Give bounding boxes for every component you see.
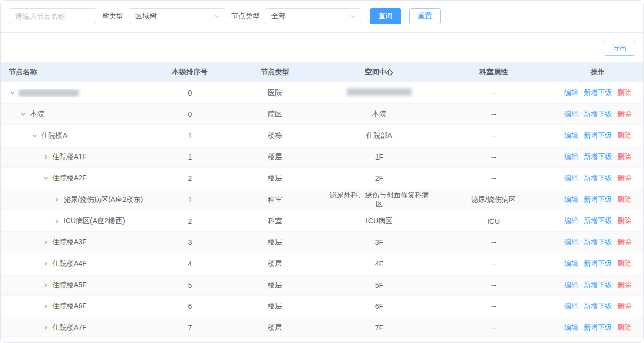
space-center-cell: 7F (323, 324, 435, 332)
actions-cell: 编辑新增下级删除 (552, 323, 643, 332)
add-child-link[interactable]: 新增下级 (584, 238, 612, 246)
dept-attr-cell: -- (435, 238, 552, 246)
node-name-input[interactable] (9, 8, 96, 24)
node-management-page: 树类型 区域树 节点类型 全部 查询 重置 导出 节点名称 本级排序号 节点类型… (0, 0, 644, 343)
node-type-select[interactable]: 全部 (265, 8, 361, 24)
space-center-cell: 1F (323, 153, 435, 161)
sort-order-cell: 0 (153, 89, 227, 97)
node-name-cell: 住院楼A1F (1, 152, 153, 162)
delete-link[interactable]: 删除 (617, 302, 631, 310)
table-row: 住院楼A7F7楼层7F--编辑新增下级删除 (1, 317, 643, 338)
dept-attr-cell: -- (435, 110, 552, 118)
node-name-cell: ICU病区(A座2楼西) (1, 216, 153, 226)
edit-link[interactable]: 编辑 (564, 238, 578, 246)
add-child-link[interactable]: 新增下级 (584, 174, 612, 182)
sort-order-cell: 1 (153, 153, 227, 161)
space-center-cell: 2F (323, 174, 435, 182)
delete-link[interactable]: 删除 (617, 110, 631, 118)
edit-link[interactable]: 编辑 (564, 131, 578, 139)
actions-cell: 编辑新增下级删除 (552, 259, 643, 268)
edit-link[interactable]: 编辑 (564, 216, 578, 225)
table-row: 本院0院区本院--编辑新增下级删除 (1, 104, 643, 125)
expand-icon[interactable] (42, 282, 49, 289)
add-child-link[interactable]: 新增下级 (584, 152, 612, 161)
tree-type-value: 区域树 (135, 12, 157, 21)
expand-icon[interactable] (42, 153, 49, 161)
space-center-cell: 本院 (323, 110, 435, 119)
actions-cell: 编辑新增下级删除 (552, 152, 643, 162)
collapse-icon[interactable] (31, 132, 38, 139)
delete-link[interactable]: 删除 (617, 131, 631, 139)
reset-button[interactable]: 重置 (409, 8, 441, 24)
tree-type-select[interactable]: 区域树 (129, 8, 225, 24)
delete-link[interactable]: 删除 (617, 280, 631, 289)
collapse-icon[interactable] (20, 111, 27, 118)
edit-link[interactable]: 编辑 (564, 174, 578, 182)
collapse-icon[interactable] (9, 89, 16, 97)
node-name-cell (1, 89, 153, 97)
add-child-link[interactable]: 新增下级 (584, 280, 612, 289)
export-button[interactable]: 导出 (604, 41, 635, 56)
table-toolbar: 导出 (1, 33, 643, 62)
node-type-cell: 楼层 (227, 302, 323, 311)
sort-order-cell: 2 (153, 174, 227, 182)
actions-cell: 编辑新增下级删除 (552, 280, 643, 290)
collapse-icon[interactable] (42, 175, 49, 182)
add-child-link[interactable]: 新增下级 (584, 110, 612, 118)
edit-link[interactable]: 编辑 (564, 259, 578, 267)
node-name-cell: 住院楼A6F (1, 302, 153, 311)
node-type-label: 节点类型 (231, 12, 260, 21)
edit-link[interactable]: 编辑 (564, 302, 578, 310)
edit-link[interactable]: 编辑 (564, 88, 578, 97)
dept-attr-cell: -- (435, 89, 552, 97)
add-child-link[interactable]: 新增下级 (584, 259, 612, 267)
expand-icon[interactable] (42, 303, 49, 310)
delete-link[interactable]: 删除 (617, 88, 631, 97)
filter-bar: 树类型 区域树 节点类型 全部 查询 重置 (1, 1, 643, 33)
add-child-link[interactable]: 新增下级 (584, 302, 612, 310)
table-row: 住院楼A1楼栋住院部A--编辑新增下级删除 (1, 125, 643, 146)
column-header-actions: 操作 (552, 68, 643, 77)
dept-attr-cell: -- (435, 302, 552, 310)
expand-icon[interactable] (53, 196, 60, 203)
delete-link[interactable]: 删除 (617, 195, 631, 203)
actions-cell: 编辑新增下级删除 (552, 88, 643, 98)
edit-link[interactable]: 编辑 (564, 280, 578, 289)
add-child-link[interactable]: 新增下级 (584, 323, 612, 331)
edit-link[interactable]: 编辑 (564, 110, 578, 118)
column-header-sort-order: 本级排序号 (153, 68, 227, 77)
query-button[interactable]: 查询 (370, 8, 401, 24)
add-child-link[interactable]: 新增下级 (584, 131, 612, 139)
delete-link[interactable]: 删除 (617, 152, 631, 161)
table-body: 0医院--编辑新增下级删除本院0院区本院--编辑新增下级删除住院楼A1楼栋住院部… (1, 82, 643, 338)
expand-icon[interactable] (42, 324, 49, 331)
column-header-space-center: 空间中心 (323, 68, 435, 77)
node-name-text: 住院楼A4F (52, 259, 87, 268)
edit-link[interactable]: 编辑 (564, 152, 578, 161)
delete-link[interactable]: 删除 (617, 174, 631, 182)
add-child-link[interactable]: 新增下级 (584, 88, 612, 97)
add-child-link[interactable]: 新增下级 (584, 216, 612, 225)
expand-icon[interactable] (42, 260, 49, 267)
chevron-down-icon (350, 13, 356, 19)
delete-link[interactable]: 删除 (617, 323, 631, 331)
edit-link[interactable]: 编辑 (564, 195, 578, 203)
delete-link[interactable]: 删除 (617, 259, 631, 267)
edit-link[interactable]: 编辑 (564, 323, 578, 331)
column-header-node-name: 节点名称 (1, 68, 153, 77)
redacted-text (19, 89, 79, 97)
delete-link[interactable]: 删除 (617, 216, 631, 225)
node-name-cell: 住院楼A5F (1, 280, 153, 290)
expand-icon[interactable] (42, 239, 49, 246)
delete-link[interactable]: 删除 (617, 238, 631, 246)
node-type-cell: 楼层 (227, 174, 323, 183)
space-center-cell: 6F (323, 302, 435, 310)
expand-icon[interactable] (53, 217, 60, 225)
table-row: 0医院--编辑新增下级删除 (1, 82, 643, 104)
table-header-row: 节点名称 本级排序号 节点类型 空间中心 科室属性 操作 (1, 62, 643, 82)
node-name-text: 住院楼A7F (52, 323, 87, 332)
add-child-link[interactable]: 新增下级 (584, 195, 612, 203)
node-name-text: 住院楼A1F (52, 152, 87, 162)
node-name-cell: 住院楼A (1, 131, 153, 140)
node-name-cell: 本院 (1, 110, 153, 119)
